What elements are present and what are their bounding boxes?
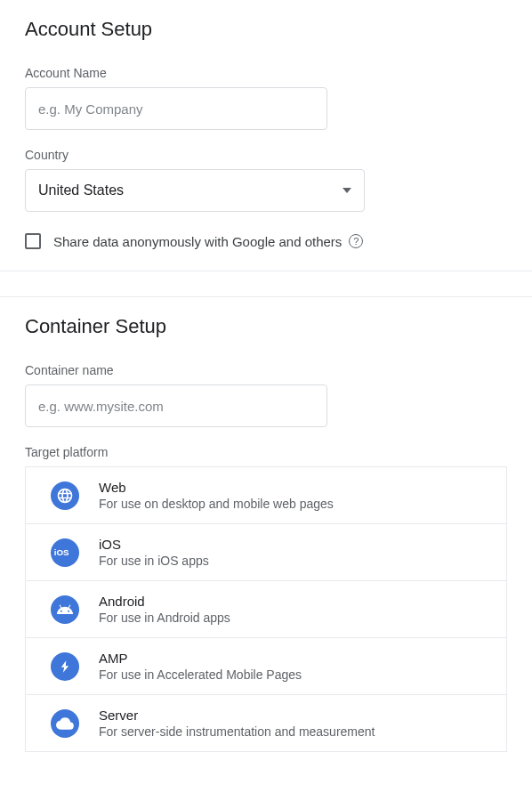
share-data-label: Share data anonymously with Google and o…	[53, 234, 363, 249]
platform-name: iOS	[99, 537, 209, 552]
account-name-field: Account Name	[25, 66, 507, 130]
ios-icon: iOS	[51, 538, 79, 567]
platform-server[interactable]: Server For server-side instrumentation a…	[26, 695, 506, 752]
platform-desc: For use in Accelerated Mobile Pages	[99, 668, 302, 682]
platform-desc: For use in iOS apps	[99, 554, 209, 568]
platform-ios[interactable]: iOS iOS For use in iOS apps	[26, 524, 506, 581]
container-name-label: Container name	[25, 363, 507, 377]
container-name-field: Container name	[25, 363, 507, 427]
platform-web[interactable]: Web For use on desktop and mobile web pa…	[26, 467, 506, 524]
svg-text:iOS: iOS	[54, 547, 69, 557]
share-data-checkbox[interactable]	[25, 233, 41, 249]
platform-desc: For use on desktop and mobile web pages	[99, 497, 334, 511]
country-select[interactable]: United States	[25, 169, 365, 212]
amp-icon	[51, 652, 79, 681]
platform-text: Android For use in Android apps	[99, 594, 230, 625]
container-name-input[interactable]	[25, 384, 327, 427]
platform-name: AMP	[99, 651, 302, 666]
container-setup-section: Container Setup Container name Target pl…	[0, 297, 532, 773]
platform-android[interactable]: Android For use in Android apps	[26, 581, 506, 638]
platform-desc: For use in Android apps	[99, 611, 230, 625]
account-setup-section: Account Setup Account Name Country Unite…	[0, 0, 532, 271]
platform-amp[interactable]: AMP For use in Accelerated Mobile Pages	[26, 638, 506, 695]
server-icon	[51, 709, 79, 738]
platform-name: Web	[99, 480, 334, 495]
share-data-row: Share data anonymously with Google and o…	[25, 233, 507, 249]
platform-text: AMP For use in Accelerated Mobile Pages	[99, 651, 302, 682]
account-setup-title: Account Setup	[25, 18, 507, 41]
country-label: Country	[25, 148, 507, 162]
platform-list: Web For use on desktop and mobile web pa…	[25, 466, 507, 752]
target-platform-label: Target platform	[25, 445, 507, 459]
account-name-input[interactable]	[25, 87, 327, 130]
platform-desc: For server-side instrumentation and meas…	[99, 724, 375, 739]
platform-text: iOS For use in iOS apps	[99, 537, 209, 568]
container-setup-title: Container Setup	[25, 315, 507, 338]
platform-text: Web For use on desktop and mobile web pa…	[99, 480, 334, 511]
account-name-label: Account Name	[25, 66, 507, 80]
country-field: Country United States	[25, 148, 507, 212]
section-divider	[0, 271, 532, 297]
platform-text: Server For server-side instrumentation a…	[99, 708, 375, 739]
country-value: United States	[38, 182, 124, 198]
platform-name: Android	[99, 594, 230, 609]
android-icon	[51, 595, 79, 624]
help-icon[interactable]: ?	[349, 234, 363, 248]
web-icon	[51, 481, 79, 510]
platform-name: Server	[99, 708, 375, 723]
chevron-down-icon	[343, 188, 351, 193]
